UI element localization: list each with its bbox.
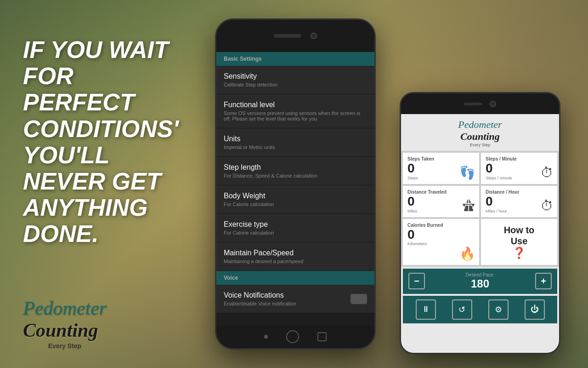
steps-per-min-label: Steps / Minute xyxy=(486,156,553,161)
sensitivity-sub: Calibrate Step detection xyxy=(224,82,367,87)
distance-label: Distance Traveled xyxy=(407,190,475,195)
phone-right-top-bar xyxy=(401,93,559,114)
phone-right: Pedometer Counting Every Step Steps Take… xyxy=(400,92,560,354)
calories-value: 0 xyxy=(407,228,475,242)
phone-right-camera xyxy=(490,101,496,107)
settings-item-step-length[interactable]: Step length For Distance, Speed & Calori… xyxy=(216,157,374,185)
settings-screen: Basic Settings Sensitivity Calibrate Ste… xyxy=(216,52,374,325)
phone-right-body: Pedometer Counting Every Step Steps Take… xyxy=(400,92,560,354)
distance-icon: 🛣 xyxy=(463,198,475,213)
pace-sub: Maintaining a desired a pace/speed xyxy=(224,259,367,264)
how-to-use-text: How toUse xyxy=(504,224,535,247)
settings-item-functional[interactable]: Functional level Some OS versions preven… xyxy=(216,94,374,128)
exercise-type-title: Exercise type xyxy=(224,220,367,229)
settings-item-body-weight[interactable]: Body Weight For Calorie calculation xyxy=(216,185,374,214)
ped-logo-pedometer: Pedometer xyxy=(458,119,502,130)
voice-toggle[interactable] xyxy=(351,294,367,304)
stat-card-steps-taken[interactable]: Steps Taken 0 Steps 👣 xyxy=(403,153,479,184)
functional-title: Functional level xyxy=(224,101,367,109)
pedometer-app-screen: Pedometer Counting Every Step Steps Take… xyxy=(401,114,559,353)
pace-title: Maintain Pace/Speed xyxy=(224,249,367,257)
motivational-text: IF YOU WAIT FOR PERFECT CONDITIONS' YOU'… xyxy=(23,37,188,247)
bottom-controls: ⏸ ↺ ⚙ ⏻ xyxy=(403,296,557,323)
phone-left-top-bar xyxy=(216,20,374,52)
steps-taken-label: Steps Taken xyxy=(407,156,475,161)
pace-display: Desired Pace: 180 xyxy=(466,272,495,290)
phone-right-speaker xyxy=(464,103,482,105)
stat-card-steps-per-min[interactable]: Steps / Minute 0 Steps / minute ⏱ xyxy=(481,153,557,184)
body-weight-title: Body Weight xyxy=(224,192,367,200)
pace-value: 180 xyxy=(466,277,495,290)
settings-item-sensitivity[interactable]: Sensitivity Calibrate Step detection xyxy=(216,66,374,94)
steps-per-min-icon: ⏱ xyxy=(541,165,554,180)
phone-left-bottom-nav xyxy=(216,325,374,348)
phone-left: Basic Settings Sensitivity Calibrate Ste… xyxy=(215,18,376,350)
functional-sub: Some OS versions prevent using sensors w… xyxy=(224,110,367,121)
nav-back-dot[interactable] xyxy=(264,335,268,339)
settings-item-exercise-type[interactable]: Exercise type For Calorie calculation xyxy=(216,214,374,242)
stats-grid: Steps Taken 0 Steps 👣 Steps / Minute 0 S… xyxy=(401,151,559,267)
units-sub: Imperial or Metric units xyxy=(224,144,367,150)
stat-card-distance[interactable]: Distance Traveled 0 Miles 🛣 xyxy=(403,186,479,217)
step-length-sub: For Distance, Speed & Calorie calculatio… xyxy=(224,173,367,178)
sensitivity-title: Sensitivity xyxy=(224,72,367,80)
voice-text-area: Voice Notifications Enable/disable Voice… xyxy=(224,291,296,306)
voice-section-header: Voice xyxy=(216,271,374,285)
nav-recent-square[interactable] xyxy=(317,332,327,341)
logo-counting-text: Counting xyxy=(23,319,107,341)
settings-item-voice[interactable]: Voice Notifications Enable/disable Voice… xyxy=(216,285,374,313)
settings-button[interactable]: ⚙ xyxy=(488,299,509,320)
settings-header: Basic Settings xyxy=(216,52,374,66)
question-mark-icon: ❓ xyxy=(512,247,526,259)
ped-logo-area: Pedometer Counting Every Step xyxy=(401,114,559,151)
phone-camera xyxy=(311,33,317,39)
units-title: Units xyxy=(224,135,367,143)
ped-logo-tagline: Every Step xyxy=(408,143,552,147)
how-to-use-card[interactable]: How toUse ❓ xyxy=(481,219,557,265)
phone-speaker xyxy=(274,34,301,38)
stat-card-distance-hour[interactable]: Distance / Hour 0 Miles / hour ⏱ xyxy=(481,186,557,217)
calories-icon: 🔥 xyxy=(459,246,475,261)
reset-button[interactable]: ↺ xyxy=(452,299,472,320)
logo-tagline: Every Step xyxy=(23,342,107,350)
pace-minus-button[interactable]: − xyxy=(408,273,425,289)
steps-taken-icon: 👣 xyxy=(459,165,475,180)
distance-hour-icon: ⏱ xyxy=(541,198,554,213)
pace-area: − Desired Pace: 180 + xyxy=(403,269,557,294)
settings-item-units[interactable]: Units Imperial or Metric units xyxy=(216,128,374,157)
settings-item-pace[interactable]: Maintain Pace/Speed Maintaining a desire… xyxy=(216,242,374,271)
pace-plus-button[interactable]: + xyxy=(535,273,552,289)
exercise-type-sub: For Calorie calculation xyxy=(224,230,367,236)
pause-button[interactable]: ⏸ xyxy=(416,299,436,320)
nav-home-circle[interactable] xyxy=(286,330,299,343)
voice-title: Voice Notifications xyxy=(224,291,296,299)
body-weight-sub: For Calorie calculation xyxy=(224,201,367,207)
step-length-title: Step length xyxy=(224,163,367,172)
pace-label: Desired Pace: xyxy=(466,272,495,277)
stat-card-calories[interactable]: Calories Burned 0 Kilometers 🔥 xyxy=(403,219,479,265)
ped-app-logo: Pedometer Counting xyxy=(408,119,552,143)
voice-sub: Enable/disable Voice notification xyxy=(224,301,296,306)
ped-logo-counting: Counting xyxy=(460,131,500,142)
logo-pedometer-text: Pedometer xyxy=(23,297,107,319)
distance-hour-label: Distance / Hour xyxy=(486,190,553,195)
phone-left-body: Basic Settings Sensitivity Calibrate Ste… xyxy=(215,18,376,350)
power-button[interactable]: ⏻ xyxy=(525,299,545,320)
bottom-logo: Pedometer Counting Every Step xyxy=(23,297,107,350)
calories-label: Calories Burned xyxy=(407,223,475,228)
